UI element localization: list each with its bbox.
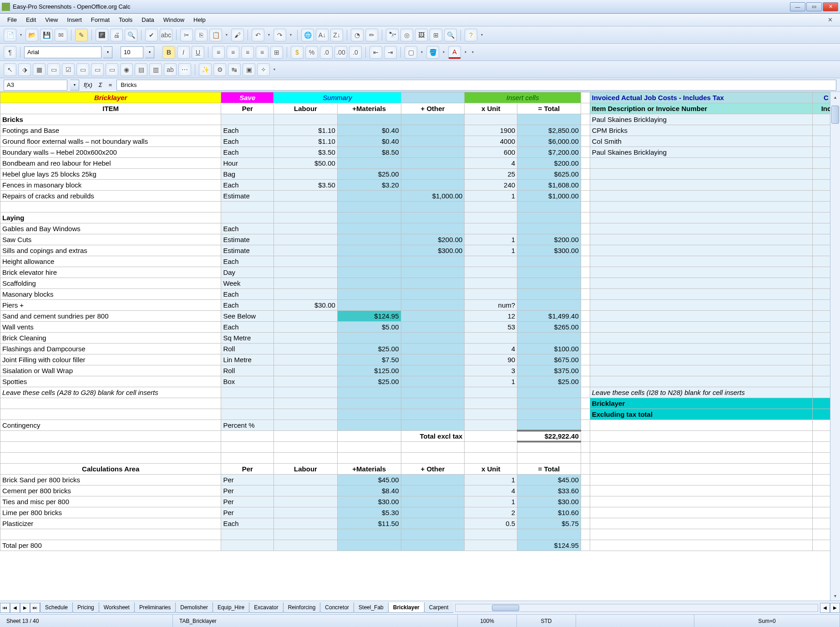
help-icon[interactable]: ? <box>465 29 477 41</box>
border-icon[interactable]: ▢ <box>405 46 417 59</box>
sheet-tab-worksheet[interactable]: Worksheet <box>99 602 135 613</box>
function-wizard-icon[interactable]: f(x) <box>82 81 94 88</box>
sheet-tab-reinforcing[interactable]: Reinforcing <box>283 602 321 613</box>
font-size-dropdown[interactable]: ▾ <box>145 46 154 58</box>
select-icon[interactable]: ↖ <box>4 63 16 76</box>
export-pdf-icon[interactable]: 🅿 <box>96 29 108 41</box>
more-ctrl-icon[interactable]: ⋯ <box>178 63 191 76</box>
sheet-tab-pricing[interactable]: Pricing <box>72 602 99 613</box>
menu-file[interactable]: File <box>3 15 21 25</box>
paste-dropdown[interactable]: ▾ <box>224 29 229 41</box>
status-mode[interactable]: STD <box>517 615 576 627</box>
align-center-icon[interactable]: ≡ <box>227 46 239 59</box>
minimize-button[interactable]: — <box>790 2 805 11</box>
new-dropdown[interactable]: ▾ <box>18 29 24 41</box>
bold-button[interactable]: B <box>162 46 175 59</box>
remove-decimal-icon[interactable]: .0 <box>349 46 362 59</box>
hscroll-left-icon[interactable]: ◀ <box>820 603 830 613</box>
sheet-tab-demolisher[interactable]: Demolisher <box>175 602 213 613</box>
percent-icon[interactable]: % <box>305 46 318 59</box>
scroll-up-icon[interactable]: ▴ <box>830 92 840 102</box>
preview-icon[interactable]: 🔍 <box>125 29 137 41</box>
design-icon[interactable]: ⬗ <box>18 63 31 76</box>
redo-icon[interactable]: ↷ <box>273 29 286 41</box>
option-icon[interactable]: ◉ <box>120 63 133 76</box>
save-icon[interactable]: 💾 <box>40 29 53 41</box>
menu-tools[interactable]: Tools <box>114 15 137 25</box>
sheet-tab-equip_hire[interactable]: Equip_Hire <box>213 602 249 613</box>
horizontal-scrollbar[interactable] <box>455 604 819 612</box>
hyperlink-icon[interactable]: 🌐 <box>301 29 314 41</box>
merge-icon[interactable]: ⊞ <box>270 46 283 59</box>
control-icon[interactable]: ▦ <box>33 63 46 76</box>
indent-inc-icon[interactable]: ⇥ <box>384 46 397 59</box>
sheet-tab-bricklayer[interactable]: Bricklayer <box>388 602 425 613</box>
label-icon[interactable]: ab <box>164 63 177 76</box>
find-icon[interactable]: 🔭 <box>386 29 399 41</box>
format-paint-icon[interactable]: 🖌 <box>231 29 244 41</box>
sheet-tab-preliminaries[interactable]: Preliminaries <box>134 602 176 613</box>
bgcolor-dropdown[interactable]: ▾ <box>441 46 446 59</box>
gallery-icon[interactable]: 🖼 <box>415 29 428 41</box>
toolbar-more[interactable]: ▾ <box>479 29 485 41</box>
draw-icon[interactable]: ✏ <box>365 29 378 41</box>
autospell-icon[interactable]: abc <box>160 29 172 41</box>
print-icon[interactable]: 🖨 <box>110 29 123 41</box>
zoom-icon[interactable]: 🔍 <box>444 29 457 41</box>
combo-icon[interactable]: ▥ <box>149 63 162 76</box>
status-sum[interactable]: Sum=0 <box>694 615 840 627</box>
tab-order-icon[interactable]: ↹ <box>228 63 241 76</box>
hscroll-thumb[interactable] <box>492 605 519 611</box>
textfield-icon[interactable]: ▭ <box>76 63 89 76</box>
email-icon[interactable]: ✉ <box>55 29 67 41</box>
drawing-toolbar-more[interactable]: ▾ <box>272 63 277 76</box>
fontcolor-dropdown[interactable]: ▾ <box>463 46 468 59</box>
chart-icon[interactable]: ◔ <box>351 29 364 41</box>
indent-dec-icon[interactable]: ⇤ <box>369 46 382 59</box>
pushbtn-icon[interactable]: ▭ <box>106 63 118 76</box>
paste-icon[interactable]: 📋 <box>209 29 222 41</box>
menu-insert[interactable]: Insert <box>62 15 86 25</box>
menu-window[interactable]: Window <box>159 15 189 25</box>
underline-button[interactable]: U <box>192 46 204 59</box>
scroll-down-icon[interactable]: ▾ <box>830 591 840 601</box>
edit-mode-icon[interactable]: ✎ <box>75 29 88 41</box>
bgcolor-icon[interactable]: 🪣 <box>426 46 439 59</box>
menu-help[interactable]: Help <box>189 15 210 25</box>
spellcheck-icon[interactable]: ✔ <box>145 29 158 41</box>
tab-prev-icon[interactable]: ◀ <box>10 603 20 613</box>
italic-button[interactable]: I <box>177 46 190 59</box>
sheet-tab-steel_fab[interactable]: Steel_Fab <box>354 602 389 613</box>
form-icon[interactable]: ▭ <box>47 63 60 76</box>
tab-last-icon[interactable]: ⏭ <box>30 603 40 613</box>
checkbox-icon[interactable]: ☑ <box>62 63 75 76</box>
close-button[interactable]: ✕ <box>823 2 838 11</box>
status-zoom[interactable]: 100% <box>458 615 517 627</box>
format-toolbar-more[interactable]: ▾ <box>470 46 476 59</box>
add-decimal-icon[interactable]: .00 <box>334 46 347 59</box>
align-right-icon[interactable]: ≡ <box>241 46 254 59</box>
equals-icon[interactable]: = <box>107 81 114 88</box>
undo-dropdown[interactable]: ▾ <box>266 29 272 41</box>
sheet-tab-excavator[interactable]: Excavator <box>249 602 283 613</box>
wizard-icon[interactable]: ✨ <box>199 63 212 76</box>
cell-reference-input[interactable]: A3 <box>4 80 67 91</box>
open-design-icon[interactable]: ▣ <box>243 63 255 76</box>
fontcolor-icon[interactable]: A <box>448 46 461 59</box>
listbox-icon[interactable]: ▤ <box>135 63 147 76</box>
sort-desc-icon[interactable]: Z↓ <box>330 29 343 41</box>
sum-icon[interactable]: Σ <box>97 81 104 88</box>
menu-edit[interactable]: Edit <box>21 15 40 25</box>
formula-input[interactable]: Bricks <box>116 80 836 91</box>
copy-icon[interactable]: ⎘ <box>195 29 207 41</box>
sort-asc-icon[interactable]: A↓ <box>316 29 329 41</box>
hscroll-right-icon[interactable]: ▶ <box>830 603 840 613</box>
cell-ref-dropdown[interactable]: ▾ <box>70 80 79 91</box>
scroll-thumb[interactable] <box>831 106 839 124</box>
font-name-input[interactable]: Arial <box>24 46 101 58</box>
new-icon[interactable]: 📄 <box>4 29 16 41</box>
cut-icon[interactable]: ✂ <box>180 29 193 41</box>
currency-icon[interactable]: $ <box>291 46 304 59</box>
tab-next-icon[interactable]: ▶ <box>20 603 30 613</box>
auto-control-icon[interactable]: ✧ <box>257 63 270 76</box>
